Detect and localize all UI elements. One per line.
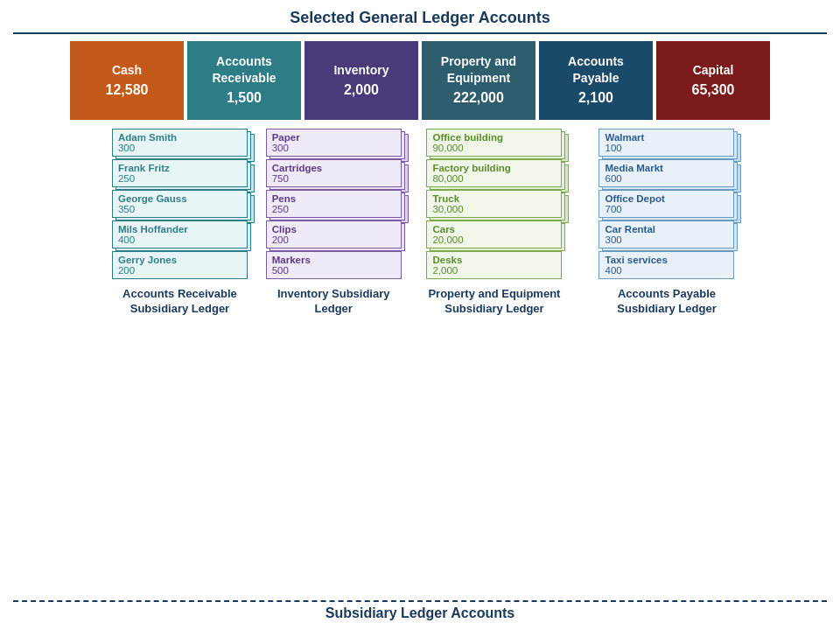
gl-inv-name: Inventory	[333, 62, 388, 78]
cap-col	[746, 129, 822, 593]
card-name: Media Markt	[605, 163, 726, 173]
card-name: George Gauss	[118, 193, 240, 204]
card-name: Frank Fritz	[118, 163, 240, 173]
card-name: Walmart	[605, 132, 726, 143]
list-item: Pens250	[266, 190, 402, 218]
card-value: 90,000	[432, 143, 554, 153]
gl-cash-name: Cash	[112, 62, 142, 78]
card-value: 700	[605, 204, 726, 214]
gl-cash-amount: 12,580	[106, 81, 149, 100]
list-item: Cartridges750	[266, 159, 402, 187]
card-name: Office building	[432, 132, 554, 143]
list-item: Gerry Jones200	[112, 251, 248, 279]
cash-col	[18, 129, 94, 593]
page: Selected General Ledger Accounts Cash 12…	[0, 0, 840, 630]
list-item: Car Rental300	[598, 220, 734, 248]
card-value: 750	[272, 173, 394, 184]
gl-accounts-row: Cash 12,580 Accounts Receivable 1,500 In…	[13, 41, 827, 120]
card-value: 350	[118, 204, 240, 214]
card-value: 20,000	[432, 234, 554, 245]
card-value: 300	[118, 143, 240, 153]
card-value: 400	[605, 265, 726, 276]
list-item: Paper300	[266, 129, 402, 157]
card-name: Gerry Jones	[118, 255, 240, 265]
inv-subsidiary-col: Paper300Cartridges750Pens250Clips200Mark…	[266, 129, 402, 593]
card-name: Factory building	[432, 163, 554, 173]
card-name: Taxi services	[605, 255, 726, 265]
ar-subsidiary-label: Accounts Receivable Subsidiary Ledger	[94, 287, 265, 317]
card-name: Car Rental	[605, 224, 726, 234]
list-item: Office building90,000	[426, 129, 562, 157]
pe-subsidiary-col: Office building90,000Factory building80,…	[402, 129, 587, 593]
card-value: 600	[605, 173, 726, 184]
gl-card-cash: Cash 12,580	[70, 41, 184, 120]
card-name: Desks	[432, 255, 554, 265]
gl-card-inv: Inventory 2,000	[304, 41, 418, 120]
card-name: Mils Hoffander	[118, 224, 240, 234]
bottom-title: Subsidiary Ledger Accounts	[13, 606, 827, 621]
card-value: 30,000	[432, 204, 554, 214]
list-item: Factory building80,000	[426, 159, 562, 187]
gl-ar-name: Accounts Receivable	[192, 53, 296, 85]
card-value: 2,000	[432, 265, 554, 276]
ar-stack: Adam Smith300Frank Fritz250George Gauss3…	[112, 129, 248, 282]
card-name: Pens	[272, 193, 394, 204]
card-value: 400	[118, 234, 240, 245]
inv-stack: Paper300Cartridges750Pens250Clips200Mark…	[266, 129, 402, 282]
card-value: 80,000	[432, 173, 554, 184]
card-name: Office Depot	[605, 193, 726, 204]
pe-subsidiary-label: Property and Equipment Subsidiary Ledger	[402, 287, 587, 317]
card-name: Markers	[272, 255, 394, 265]
ap-subsidiary-label: Accounts Payable Susbidiary Ledger	[587, 287, 746, 317]
main-title: Selected General Ledger Accounts	[13, 9, 827, 27]
list-item: Walmart100	[598, 129, 734, 157]
pe-stack: Office building90,000Factory building80,…	[426, 129, 562, 282]
card-name: Paper	[272, 132, 394, 143]
gl-cap-name: Capital	[693, 62, 734, 78]
card-value: 500	[272, 265, 394, 276]
inv-subsidiary-label: Inventory Subsidiary Ledger	[266, 287, 402, 317]
card-value: 200	[272, 234, 394, 245]
list-item: Desks2,000	[426, 251, 562, 279]
ap-subsidiary-col: Walmart100Media Markt600Office Depot700C…	[587, 129, 746, 593]
list-item: Clips200	[266, 220, 402, 248]
list-item: Taxi services400	[598, 251, 734, 279]
gl-cap-amount: 65,300	[692, 81, 735, 100]
list-item: Frank Fritz250	[112, 159, 248, 187]
gl-ar-amount: 1,500	[227, 89, 262, 108]
card-name: Clips	[272, 224, 394, 234]
gl-card-pe: Property and Equipment 222,000	[422, 41, 536, 120]
card-name: Truck	[432, 193, 554, 204]
card-name: Adam Smith	[118, 132, 240, 143]
ar-subsidiary-col: Adam Smith300Frank Fritz250George Gauss3…	[94, 129, 265, 593]
list-item: Cars20,000	[426, 220, 562, 248]
card-value: 300	[605, 234, 726, 245]
gl-ap-amount: 2,100	[578, 89, 613, 108]
card-name: Cartridges	[272, 163, 394, 173]
card-value: 200	[118, 265, 240, 276]
bottom-divider	[13, 600, 827, 602]
list-item: Mils Hoffander400	[112, 220, 248, 248]
subsidiary-section: Adam Smith300Frank Fritz250George Gauss3…	[13, 129, 827, 593]
list-item: George Gauss350	[112, 190, 248, 218]
gl-card-ar: Accounts Receivable 1,500	[187, 41, 301, 120]
card-value: 250	[118, 173, 240, 184]
list-item: Office Depot700	[598, 190, 734, 218]
ap-stack: Walmart100Media Markt600Office Depot700C…	[598, 129, 734, 282]
card-value: 100	[605, 143, 726, 153]
card-value: 300	[272, 143, 394, 153]
list-item: Truck30,000	[426, 190, 562, 218]
list-item: Media Markt600	[598, 159, 734, 187]
top-divider	[13, 32, 827, 34]
gl-ap-name: Accounts Payable	[544, 53, 648, 85]
gl-pe-name: Property and Equipment	[427, 53, 530, 85]
card-value: 250	[272, 204, 394, 214]
gl-inv-amount: 2,000	[344, 81, 379, 100]
list-item: Markers500	[266, 251, 402, 279]
list-item: Adam Smith300	[112, 129, 248, 157]
card-name: Cars	[432, 224, 554, 234]
gl-card-cap: Capital 65,300	[656, 41, 770, 120]
gl-card-ap: Accounts Payable 2,100	[539, 41, 653, 120]
gl-pe-amount: 222,000	[453, 89, 504, 108]
